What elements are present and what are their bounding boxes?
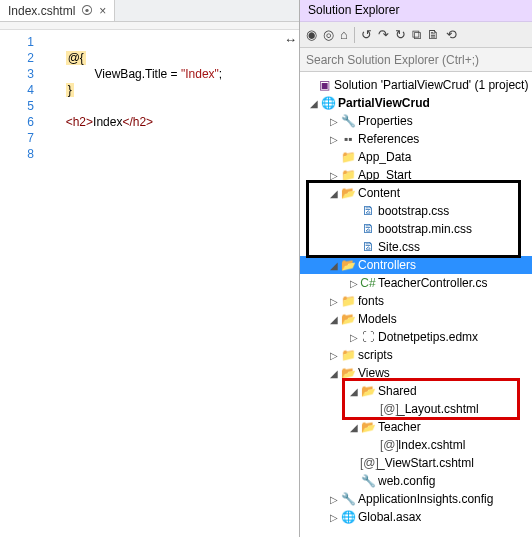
references-icon: ▪▪: [340, 132, 356, 146]
solution-icon: ▣: [316, 78, 332, 92]
expander-icon[interactable]: ◢: [328, 188, 340, 199]
node-label: _Layout.cshtml: [396, 402, 479, 416]
nav-back-icon[interactable]: ◉: [306, 27, 317, 42]
code-area[interactable]: ↔ @{ ViewBag.Title = "Index"; } <h2>Inde…: [40, 30, 299, 537]
folder-app-start[interactable]: ▷ 📁 App_Start: [300, 166, 532, 184]
properties-node[interactable]: ▷ 🔧 Properties: [300, 112, 532, 130]
file-layout-cshtml[interactable]: [@] _Layout.cshtml: [300, 400, 532, 418]
folder-app-data[interactable]: 📁 App_Data: [300, 148, 532, 166]
expander-icon[interactable]: ◢: [328, 368, 340, 379]
css-file-icon: 🖺: [360, 240, 376, 254]
folder-content[interactable]: ◢ 📂 Content: [300, 184, 532, 202]
preview-icon[interactable]: ⟲: [446, 27, 457, 42]
folder-open-icon: 📂: [340, 258, 356, 272]
node-label: Site.css: [376, 240, 420, 254]
expander-icon[interactable]: ▷: [328, 170, 340, 181]
expander-icon[interactable]: ◢: [308, 98, 320, 109]
show-all-icon[interactable]: ⧉: [412, 27, 421, 43]
node-label: bootstrap.css: [376, 204, 449, 218]
split-arrow-icon[interactable]: ↔: [284, 32, 297, 47]
project-node[interactable]: ◢ 🌐 PartialViewCrud: [300, 94, 532, 112]
folder-scripts[interactable]: ▷ 📁 scripts: [300, 346, 532, 364]
folder-views[interactable]: ◢ 📂 Views: [300, 364, 532, 382]
folder-shared[interactable]: ◢ 📂 Shared: [300, 382, 532, 400]
references-node[interactable]: ▷ ▪▪ References: [300, 130, 532, 148]
line-number: 6: [0, 114, 34, 130]
html-text: Index: [93, 115, 122, 129]
folder-open-icon: 📂: [340, 312, 356, 326]
folder-controllers[interactable]: ◢ 📂 Controllers: [300, 256, 532, 274]
solution-tree[interactable]: ▣ Solution 'PartialViewCrud' (1 project)…: [300, 72, 532, 537]
close-icon[interactable]: ×: [99, 4, 106, 18]
node-label: Dotnetpetips.edmx: [376, 330, 478, 344]
html-tag: <h2>: [66, 115, 93, 129]
expander-icon[interactable]: ▷: [348, 278, 360, 289]
solution-explorer-search[interactable]: Search Solution Explorer (Ctrl+;): [300, 48, 532, 72]
expander-icon[interactable]: ▷: [328, 350, 340, 361]
expander-icon[interactable]: ◢: [328, 260, 340, 271]
node-label: Properties: [356, 114, 413, 128]
node-label: TeacherController.cs: [376, 276, 487, 290]
node-label: bootstrap.min.css: [376, 222, 472, 236]
file-bootstrap-css[interactable]: 🖺 bootstrap.css: [300, 202, 532, 220]
line-gutter: 1 2 3 4 5 6 7 8: [0, 30, 40, 537]
expander-icon[interactable]: ▷: [328, 134, 340, 145]
line-number: 2: [0, 50, 34, 66]
refresh-icon[interactable]: ↷: [378, 27, 389, 42]
node-label: _ViewStart.cshtml: [376, 456, 474, 470]
node-label: Solution 'PartialViewCrud' (1 project): [332, 78, 528, 92]
expander-icon[interactable]: ▷: [348, 332, 360, 343]
node-label: PartialViewCrud: [336, 96, 430, 110]
project-icon: 🌐: [320, 96, 336, 110]
expander-icon[interactable]: ▷: [328, 494, 340, 505]
file-web-config[interactable]: 🔧 web.config: [300, 472, 532, 490]
file-edmx[interactable]: ▷ ⛶ Dotnetpetips.edmx: [300, 328, 532, 346]
config-icon: 🔧: [360, 474, 376, 488]
node-label: Views: [356, 366, 390, 380]
line-number: 5: [0, 98, 34, 114]
folder-models[interactable]: ◢ 📂 Models: [300, 310, 532, 328]
file-teacher-controller[interactable]: ▷ C# TeacherController.cs: [300, 274, 532, 292]
folder-open-icon: 📂: [360, 384, 376, 398]
folder-fonts[interactable]: ▷ 📁 fonts: [300, 292, 532, 310]
csharp-file-icon: C#: [360, 276, 376, 290]
expander-icon[interactable]: ▷: [328, 512, 340, 523]
tab-bar: Index.cshtml ⦿ ×: [0, 0, 299, 22]
folder-icon: 📁: [340, 168, 356, 182]
line-number: 4: [0, 82, 34, 98]
string-literal: "Index": [181, 67, 219, 81]
folder-teacher[interactable]: ◢ 📂 Teacher: [300, 418, 532, 436]
razor-open: @{: [66, 51, 86, 65]
pin-icon[interactable]: ⦿: [81, 4, 93, 18]
folder-icon: 📁: [340, 348, 356, 362]
file-index-cshtml[interactable]: [@] Index.cshtml: [300, 436, 532, 454]
properties-icon[interactable]: 🗎: [427, 27, 440, 42]
node-label: web.config: [376, 474, 435, 488]
file-site-css[interactable]: 🖺 Site.css: [300, 238, 532, 256]
expander-icon[interactable]: ▷: [328, 116, 340, 127]
expander-icon[interactable]: ◢: [328, 314, 340, 325]
expander-icon[interactable]: ▷: [328, 296, 340, 307]
collapse-icon[interactable]: ↻: [395, 27, 406, 42]
edmx-icon: ⛶: [360, 330, 376, 344]
sync-icon[interactable]: ↺: [361, 27, 372, 42]
code-editor[interactable]: 1 2 3 4 5 6 7 8 ↔ @{ ViewBag.Title = "In…: [0, 30, 299, 537]
expander-icon[interactable]: ◢: [348, 422, 360, 433]
folder-icon: 📁: [340, 294, 356, 308]
tab-index-cshtml[interactable]: Index.cshtml ⦿ ×: [0, 0, 115, 21]
html-tag: </h2>: [122, 115, 153, 129]
nav-forward-icon[interactable]: ◎: [323, 27, 334, 42]
file-appinsights[interactable]: ▷ 🔧 ApplicationInsights.config: [300, 490, 532, 508]
editor-pane: Index.cshtml ⦿ × 1 2 3 4 5 6 7 8 ↔ @{: [0, 0, 300, 537]
node-label: fonts: [356, 294, 384, 308]
file-viewstart[interactable]: [@] _ViewStart.cshtml: [300, 454, 532, 472]
line-number: 7: [0, 130, 34, 146]
home-icon[interactable]: ⌂: [340, 27, 348, 42]
solution-node[interactable]: ▣ Solution 'PartialViewCrud' (1 project): [300, 76, 532, 94]
file-global-asax[interactable]: ▷ 🌐 Global.asax: [300, 508, 532, 526]
node-label: Content: [356, 186, 400, 200]
expander-icon[interactable]: ◢: [348, 386, 360, 397]
node-label: Controllers: [356, 258, 416, 272]
node-label: App_Data: [356, 150, 411, 164]
file-bootstrap-min-css[interactable]: 🖺 bootstrap.min.css: [300, 220, 532, 238]
